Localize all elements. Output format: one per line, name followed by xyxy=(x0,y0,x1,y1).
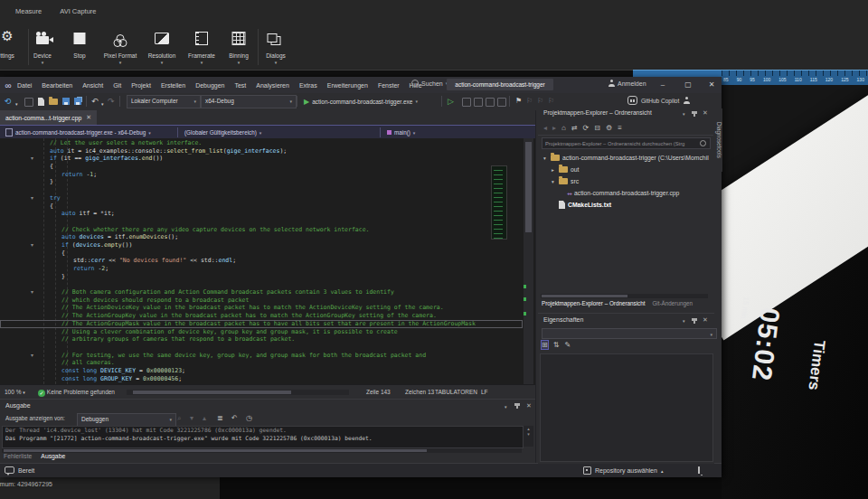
refresh-icon[interactable]: ⟳ xyxy=(583,124,590,132)
select-repository-button[interactable]: Repository auswählen ▴ xyxy=(583,466,663,475)
code-editor[interactable]: // Let the user select a network interfa… xyxy=(0,138,535,384)
chevron-down-icon[interactable]: ▾ xyxy=(542,155,548,161)
output-source-dropdown[interactable]: Debuggen▾ xyxy=(77,413,176,427)
open-folder-icon[interactable] xyxy=(49,99,58,105)
goto-prev-icon[interactable]: ▴ xyxy=(203,414,206,422)
all-files-icon[interactable]: ≡ xyxy=(618,124,622,132)
editor-tab[interactable]: action-comma...t-trigger.cpp ✕ xyxy=(0,110,97,125)
word-wrap-icon[interactable]: ↶ xyxy=(231,414,238,422)
fold-chevron-icon[interactable]: ▾ xyxy=(31,155,33,162)
solution-explorer-header[interactable]: Projektmappen-Explorer – Ordneransicht ▾… xyxy=(538,107,714,120)
menu-item-git[interactable]: Git xyxy=(112,81,122,89)
profiler-icon[interactable] xyxy=(462,98,471,107)
pin-icon[interactable] xyxy=(516,403,518,409)
nav-project-dropdown[interactable]: action-command-broadcast-trigger.exe - x… xyxy=(2,127,155,137)
toggle-autoscroll-icon[interactable]: ◷ xyxy=(246,414,252,422)
dropdown-icon[interactable]: ▾ xyxy=(119,60,122,65)
output-vertical-scrollbar[interactable]: ▴▾ xyxy=(524,426,533,447)
alphabetical-icon[interactable]: ⇅ xyxy=(553,341,560,349)
horizontal-scrollbar[interactable] xyxy=(127,390,349,395)
dropdown-icon[interactable]: ▾ xyxy=(201,60,203,65)
save-all-icon[interactable] xyxy=(74,98,81,105)
bookmark-clear-icon[interactable]: ⚐ xyxy=(548,96,554,107)
chevron-down-icon[interactable]: ▾ xyxy=(101,99,104,109)
output-log[interactable]: Der Thread 'ic4.device_lost' (13304) hat… xyxy=(2,426,524,448)
dropdown-icon[interactable]: ▾ xyxy=(238,60,241,65)
menu-item-erstellen[interactable]: Erstellen xyxy=(160,81,186,89)
pin-icon[interactable] xyxy=(693,318,695,324)
chevron-down-icon[interactable]: ▾ xyxy=(550,179,556,184)
goto-next-icon[interactable]: ▾ xyxy=(190,414,193,422)
explorer-bottom-tab[interactable]: Git-Änderungen xyxy=(652,300,692,306)
output-horizontal-scrollbar[interactable] xyxy=(2,448,522,453)
scrollbar-thumb[interactable] xyxy=(525,142,532,232)
scrollbar-thumb[interactable] xyxy=(133,391,291,394)
framerate-button[interactable]: Framerate▾ xyxy=(182,27,222,67)
tree-item[interactable]: ▸out xyxy=(538,164,714,175)
menu-item-bearbeiten[interactable]: Bearbeiten xyxy=(41,81,73,89)
dropdown-icon[interactable]: ▾ xyxy=(161,60,164,65)
solution-search-box[interactable]: Projektmappen-Explorer – Ordneransicht d… xyxy=(542,137,711,149)
nav-member-dropdown[interactable]: main() ▾ xyxy=(383,127,419,137)
menu-item-debuggen[interactable]: Debuggen xyxy=(194,81,225,89)
run-without-debug-icon[interactable]: ▷ xyxy=(448,96,454,107)
menu-item-extras[interactable]: Extras xyxy=(298,81,318,89)
bookmark-icon[interactable]: ⚑ xyxy=(515,96,522,107)
properties-grid[interactable] xyxy=(540,353,713,462)
output-tab-ausgabe[interactable]: Ausgabe xyxy=(41,453,65,459)
close-icon[interactable]: ✕ xyxy=(703,316,708,324)
configuration-dropdown[interactable]: x64-Debug▾ xyxy=(201,95,297,108)
chevron-right-icon[interactable]: ▸ xyxy=(550,167,556,173)
menu-item-fenster[interactable]: Fenster xyxy=(377,81,401,89)
output-tab-fehlerliste[interactable]: Fehlerliste xyxy=(4,453,32,459)
menu-item-erweiterungen[interactable]: Erweiterungen xyxy=(326,81,369,89)
chevron-down-icon[interactable]: ▾ xyxy=(15,99,18,109)
resolution-button[interactable]: Resolution▾ xyxy=(142,27,182,67)
close-button[interactable]: ✕ xyxy=(702,77,722,92)
fold-chevron-icon[interactable]: ▾ xyxy=(31,352,33,359)
fold-chevron-icon[interactable]: ▾ xyxy=(31,288,33,296)
run-button[interactable]: ▶ action-command-broadcast-trigger.exe ▾ xyxy=(304,95,418,108)
find-message-icon[interactable]: ⌕ xyxy=(177,414,181,423)
diagnostics-icon[interactable] xyxy=(486,98,495,107)
minimize-button[interactable]: – xyxy=(653,77,673,92)
pixel-format-button[interactable]: Pixel Format▾ xyxy=(100,27,140,67)
notifications-button[interactable] xyxy=(698,467,700,474)
search-box[interactable]: Suchen ▾ xyxy=(411,80,448,87)
menu-item-analysieren[interactable]: Analysieren xyxy=(255,81,290,89)
undo-icon[interactable]: ↶ xyxy=(91,96,99,107)
properties-object-dropdown[interactable]: ▾ xyxy=(542,328,717,339)
dropdown-icon[interactable]: ▾ xyxy=(275,60,278,65)
menu-item-projekt[interactable]: Projekt xyxy=(130,81,152,89)
tree-item[interactable]: ▾action-command-broadcast-trigger (C:\Us… xyxy=(538,152,714,164)
tree-item[interactable]: CMakeLists.txt xyxy=(538,199,714,211)
menu-item-test[interactable]: Test xyxy=(233,81,247,89)
close-icon[interactable]: ✕ xyxy=(86,114,91,121)
save-icon[interactable] xyxy=(62,98,70,105)
binning-button[interactable]: Binning▾ xyxy=(219,27,259,67)
dialogs-button[interactable]: Dialogs▾ xyxy=(256,27,296,67)
menu-item-datei[interactable]: Datei xyxy=(16,81,33,89)
clear-all-icon[interactable]: ≣ xyxy=(217,414,223,422)
problems-indicator[interactable]: ✓ Keine Probleme gefunden xyxy=(38,389,115,397)
menu-item-ansicht[interactable]: Ansicht xyxy=(81,81,104,89)
back-icon[interactable]: ◂ xyxy=(543,124,547,132)
categorized-icon[interactable]: ⊞ xyxy=(542,341,548,349)
property-pages-icon[interactable]: ✎ xyxy=(564,341,571,349)
github-copilot-button[interactable]: GitHub Copilot xyxy=(627,96,690,105)
redo-icon[interactable]: ↷ xyxy=(108,96,115,107)
capture-tab-avi-capture[interactable]: AVI Capture xyxy=(58,6,98,16)
feedback-button[interactable]: Bereit xyxy=(5,466,34,474)
forward-icon[interactable]: ▸ xyxy=(552,124,556,132)
eol-indicator[interactable]: LF xyxy=(481,389,488,395)
step-icon[interactable] xyxy=(474,98,483,107)
scrollbar-thumb[interactable] xyxy=(542,295,627,297)
fold-chevron-icon[interactable]: ▾ xyxy=(31,241,33,249)
scrollbar-thumb[interactable] xyxy=(4,449,427,452)
sign-in-button[interactable]: Anmelden xyxy=(608,80,646,87)
chevron-down-icon[interactable]: ▾ xyxy=(683,111,685,117)
fold-chevron-icon[interactable]: ▾ xyxy=(31,194,33,202)
chevron-down-icon[interactable]: ▾ xyxy=(683,318,685,324)
tree-item[interactable]: ▾src xyxy=(538,175,714,187)
zoom-level-dropdown[interactable]: 100 % ▾ xyxy=(5,389,25,395)
